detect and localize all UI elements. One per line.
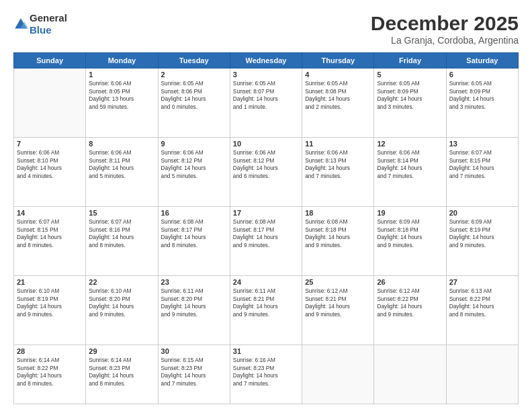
day-number: 30 [161, 347, 227, 355]
sunrise-text: Sunrise: 6:06 AM [305, 149, 371, 157]
sunset-text: Sunset: 8:23 PM [89, 365, 154, 373]
calendar-day-header: Saturday [446, 53, 518, 68]
calendar-cell: 23Sunrise: 6:11 AMSunset: 8:20 PMDayligh… [158, 276, 230, 345]
sunset-text: Sunset: 8:15 PM [17, 226, 83, 234]
daylight-text-1: Daylight: 14 hours [161, 234, 227, 242]
logo-blue: Blue [30, 24, 52, 36]
daylight-text-2: and 8 minutes. [17, 242, 83, 250]
sunrise-text: Sunrise: 6:10 AM [17, 287, 83, 295]
calendar-cell: 13Sunrise: 6:07 AMSunset: 8:15 PMDayligh… [446, 138, 518, 207]
daylight-text-1: Daylight: 14 hours [161, 165, 227, 173]
daylight-text-2: and 8 minutes. [17, 380, 83, 388]
daylight-text-2: and 3 minutes. [449, 103, 515, 111]
daylight-text-1: Daylight: 14 hours [305, 165, 371, 173]
sunset-text: Sunset: 8:18 PM [305, 226, 371, 234]
sunrise-text: Sunrise: 6:13 AM [449, 287, 515, 295]
daylight-text-1: Daylight: 14 hours [17, 372, 83, 380]
day-number: 14 [17, 209, 83, 217]
daylight-text-1: Daylight: 13 hours [89, 95, 154, 103]
daylight-text-2: and 7 minutes. [305, 173, 371, 181]
sunrise-text: Sunrise: 6:15 AM [161, 357, 227, 365]
day-number: 7 [17, 140, 83, 148]
calendar-cell [446, 345, 518, 404]
daylight-text-1: Daylight: 14 hours [161, 95, 227, 103]
sunrise-text: Sunrise: 6:06 AM [161, 149, 227, 157]
sunrise-text: Sunrise: 6:05 AM [233, 80, 299, 88]
calendar-week-row: 7Sunrise: 6:06 AMSunset: 8:10 PMDaylight… [14, 138, 519, 207]
day-number: 20 [449, 209, 515, 217]
sunrise-text: Sunrise: 6:10 AM [89, 287, 154, 295]
daylight-text-1: Daylight: 14 hours [233, 303, 299, 311]
daylight-text-1: Daylight: 14 hours [233, 95, 299, 103]
calendar-day-header: Thursday [302, 53, 374, 68]
page: General Blue December 2025 La Granja, Co… [0, 0, 532, 411]
day-number: 4 [305, 71, 371, 79]
daylight-text-2: and 9 minutes. [449, 242, 515, 250]
sunset-text: Sunset: 8:15 PM [449, 157, 515, 165]
calendar-cell: 30Sunrise: 6:15 AMSunset: 8:23 PMDayligh… [158, 345, 230, 404]
calendar-cell: 3Sunrise: 6:05 AMSunset: 8:07 PMDaylight… [230, 68, 302, 138]
sunrise-text: Sunrise: 6:06 AM [377, 149, 443, 157]
day-number: 3 [233, 71, 299, 79]
daylight-text-1: Daylight: 14 hours [377, 165, 443, 173]
daylight-text-2: and 9 minutes. [17, 311, 83, 319]
sunrise-text: Sunrise: 6:09 AM [377, 218, 443, 226]
day-number: 21 [17, 278, 83, 286]
calendar-cell: 12Sunrise: 6:06 AMSunset: 8:14 PMDayligh… [374, 138, 446, 207]
sunset-text: Sunset: 8:07 PM [233, 88, 299, 96]
daylight-text-2: and 9 minutes. [233, 311, 299, 319]
sunset-text: Sunset: 8:17 PM [233, 226, 299, 234]
sunrise-text: Sunrise: 6:11 AM [233, 287, 299, 295]
day-number: 9 [161, 140, 227, 148]
sunset-text: Sunset: 8:20 PM [89, 295, 154, 304]
sunset-text: Sunset: 8:12 PM [161, 157, 227, 165]
calendar-cell: 20Sunrise: 6:09 AMSunset: 8:19 PMDayligh… [446, 207, 518, 276]
sunrise-text: Sunrise: 6:06 AM [17, 149, 83, 157]
daylight-text-2: and 8 minutes. [449, 311, 515, 319]
sunrise-text: Sunrise: 6:09 AM [449, 218, 515, 226]
daylight-text-2: and 5 minutes. [161, 173, 227, 181]
day-number: 24 [233, 278, 299, 286]
daylight-text-1: Daylight: 14 hours [233, 165, 299, 173]
calendar-cell: 28Sunrise: 6:14 AMSunset: 8:22 PMDayligh… [14, 345, 86, 404]
sunrise-text: Sunrise: 6:05 AM [161, 80, 227, 88]
sunset-text: Sunset: 8:13 PM [305, 157, 371, 165]
daylight-text-2: and 7 minutes. [377, 173, 443, 181]
sunset-text: Sunset: 8:19 PM [17, 295, 83, 304]
daylight-text-1: Daylight: 14 hours [89, 372, 154, 380]
sunrise-text: Sunrise: 6:05 AM [449, 80, 515, 88]
calendar-cell: 5Sunrise: 6:05 AMSunset: 8:09 PMDaylight… [374, 68, 446, 138]
calendar-cell: 29Sunrise: 6:14 AMSunset: 8:23 PMDayligh… [86, 345, 158, 404]
sunset-text: Sunset: 8:11 PM [89, 157, 154, 165]
sunset-text: Sunset: 8:17 PM [161, 226, 227, 234]
daylight-text-1: Daylight: 14 hours [305, 95, 371, 103]
daylight-text-1: Daylight: 14 hours [449, 165, 515, 173]
sunset-text: Sunset: 8:10 PM [17, 157, 83, 165]
day-number: 17 [233, 209, 299, 217]
day-number: 23 [161, 278, 227, 286]
day-number: 25 [305, 278, 371, 286]
sunset-text: Sunset: 8:05 PM [89, 88, 154, 96]
calendar-week-row: 28Sunrise: 6:14 AMSunset: 8:22 PMDayligh… [14, 345, 519, 404]
daylight-text-1: Daylight: 14 hours [449, 303, 515, 311]
calendar-cell: 2Sunrise: 6:05 AMSunset: 8:06 PMDaylight… [158, 68, 230, 138]
sunrise-text: Sunrise: 6:14 AM [17, 357, 83, 365]
sunset-text: Sunset: 8:20 PM [161, 295, 227, 304]
daylight-text-2: and 8 minutes. [161, 242, 227, 250]
daylight-text-1: Daylight: 14 hours [89, 303, 154, 311]
calendar-week-row: 14Sunrise: 6:07 AMSunset: 8:15 PMDayligh… [14, 207, 519, 276]
calendar-day-header: Tuesday [158, 53, 230, 68]
sunrise-text: Sunrise: 6:08 AM [305, 218, 371, 226]
calendar-cell: 26Sunrise: 6:12 AMSunset: 8:22 PMDayligh… [374, 276, 446, 345]
sunrise-text: Sunrise: 6:05 AM [305, 80, 371, 88]
day-number: 13 [449, 140, 515, 148]
daylight-text-2: and 1 minute. [233, 103, 299, 111]
daylight-text-1: Daylight: 14 hours [377, 303, 443, 311]
calendar-day-header: Monday [86, 53, 158, 68]
sunset-text: Sunset: 8:12 PM [233, 157, 299, 165]
day-number: 15 [89, 209, 154, 217]
daylight-text-1: Daylight: 14 hours [161, 372, 227, 380]
daylight-text-2: and 2 minutes. [305, 103, 371, 111]
daylight-text-2: and 9 minutes. [377, 242, 443, 250]
daylight-text-2: and 7 minutes. [449, 173, 515, 181]
